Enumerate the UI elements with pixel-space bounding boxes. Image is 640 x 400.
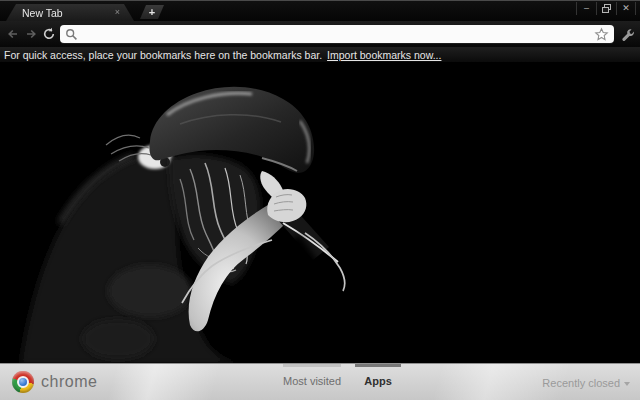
- minimize-button[interactable]: –: [576, 2, 596, 15]
- import-bookmarks-link[interactable]: Import bookmarks now...: [327, 49, 441, 61]
- back-button[interactable]: [4, 25, 22, 43]
- brand-wordmark: chrome: [41, 373, 97, 391]
- chrome-brand: chrome: [12, 371, 97, 393]
- restore-icon: [602, 4, 611, 13]
- close-button[interactable]: ✕: [616, 2, 636, 15]
- shirt-fold-shadow: [82, 319, 154, 359]
- reload-button[interactable]: [40, 25, 58, 43]
- plus-icon: +: [149, 7, 155, 18]
- chrome-logo-core: [17, 376, 29, 388]
- chrome-logo-icon: [12, 371, 34, 393]
- recently-closed-menu[interactable]: Recently closed: [542, 364, 630, 400]
- close-icon: ✕: [622, 4, 630, 13]
- forward-button[interactable]: [22, 25, 40, 43]
- restore-button[interactable]: [596, 2, 616, 15]
- singer-theme-image: [0, 63, 640, 363]
- tab-strip: New Tab × + – ✕: [0, 1, 640, 21]
- tab-close-icon[interactable]: ×: [113, 6, 122, 19]
- new-tab-button[interactable]: +: [140, 5, 164, 19]
- reload-icon: [42, 27, 56, 41]
- chevron-down-icon: [624, 382, 630, 386]
- bookmark-star-icon[interactable]: [594, 27, 609, 42]
- wrench-icon: [620, 27, 635, 42]
- forward-arrow-icon: [24, 27, 38, 41]
- tab-title: New Tab: [22, 7, 113, 19]
- browser-window: New Tab × + – ✕: [0, 0, 640, 400]
- new-tab-page-background: [0, 63, 640, 363]
- minimize-icon: –: [584, 4, 589, 13]
- infobar-message: For quick access, place your bookmarks h…: [4, 49, 322, 61]
- omnibox[interactable]: [60, 25, 614, 43]
- tab-new-tab[interactable]: New Tab ×: [6, 4, 134, 21]
- navigation-toolbar: [0, 21, 640, 47]
- tab-most-visited[interactable]: Most visited: [283, 364, 341, 387]
- shirt-fold-highlight: [108, 265, 192, 317]
- back-arrow-icon: [6, 27, 20, 41]
- search-icon: [65, 28, 78, 41]
- bookmarks-infobar: For quick access, place your bookmarks h…: [0, 47, 640, 63]
- ntp-section-tabs: Most visited Apps: [283, 364, 401, 387]
- ntp-bottom-bar: chrome Most visited Apps Recently closed: [0, 363, 640, 400]
- window-controls: – ✕: [576, 2, 636, 15]
- omnibox-input[interactable]: [78, 26, 594, 42]
- settings-menu-button[interactable]: [618, 25, 636, 43]
- tab-apps[interactable]: Apps: [355, 364, 401, 387]
